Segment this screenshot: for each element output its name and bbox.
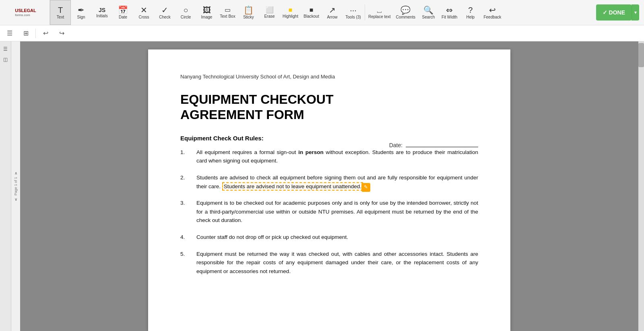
textbox-icon: ▭	[225, 7, 231, 13]
date-line	[406, 147, 478, 147]
main-toolbar: USLEGAL forms.com T Text ✒ Sign JS Initi…	[0, 0, 644, 25]
sidebar-icon-2[interactable]: ◫	[1, 55, 10, 64]
more-tools-icon: ···	[350, 6, 357, 14]
page-nav-up[interactable]: ∧	[13, 169, 19, 177]
list-num-3: 3.	[180, 199, 196, 225]
document-title: EQUIPMENT CHECKOUT AGREEMENT FORM	[180, 92, 478, 123]
list-content-3: Equipment is to be checked out for acade…	[196, 199, 478, 225]
sticky-icon: 📋	[244, 6, 254, 14]
redo-button[interactable]: ↪	[55, 27, 68, 40]
replace-text-icon: ⎵	[377, 6, 382, 14]
tool-comments[interactable]: 💬 Comments	[394, 0, 418, 25]
erase-icon: ⬜	[266, 7, 274, 13]
circle-icon: ○	[183, 6, 188, 14]
tool-help[interactable]: ? Help	[460, 0, 481, 25]
tool-tools3[interactable]: ··· Tools (3)	[343, 0, 364, 25]
text-icon: T	[58, 6, 63, 14]
tool-image[interactable]: 🖼 Image	[196, 0, 217, 25]
tool-check[interactable]: ✓ Check	[155, 0, 175, 25]
panel-toggle-button[interactable]: ☰	[3, 27, 16, 40]
tool-circle-label: Circle	[181, 15, 191, 19]
tool-arrow[interactable]: ↗ Arrow	[322, 0, 343, 25]
sec-toolbar-sep	[35, 29, 36, 38]
tool-image-label: Image	[201, 15, 213, 19]
tool-comments-label: Comments	[396, 15, 415, 19]
fit-width-icon: ⇔	[446, 6, 453, 14]
section-title: Equipment Check Out Rules:	[180, 135, 478, 142]
undo-button[interactable]: ↩	[39, 27, 52, 40]
tool-initials[interactable]: JS Initials	[92, 0, 113, 25]
highlighted-text: Students are advised not to leave equipm…	[222, 182, 363, 191]
help-icon: ?	[468, 6, 473, 14]
list-item: 3. Equipment is to be checked out for ac…	[180, 199, 478, 225]
list-content-4: Counter staff do not drop off or pick up…	[196, 233, 478, 242]
document-list: 1. All equipment requires a formal sign-…	[180, 148, 478, 276]
tool-arrow-label: Arrow	[327, 15, 337, 19]
document-title-line1: EQUIPMENT CHECKOUT	[180, 92, 333, 107]
sidebar-icon-1[interactable]: ☰	[1, 45, 10, 53]
highlight-icon: ■	[289, 7, 293, 13]
done-button[interactable]: ✓ DONE	[596, 4, 632, 21]
edit-annotation-icon[interactable]: ✎	[361, 183, 370, 192]
tool-fit-width-label: Fit Width	[442, 15, 457, 19]
highlight-container: Students are advised not to leave equipm…	[222, 183, 363, 189]
secondary-toolbar: ☰ ⊞ ↩ ↪	[0, 25, 644, 41]
tool-check-label: Check	[159, 15, 170, 19]
bold-text-1: in person	[298, 149, 324, 155]
comments-icon: 💬	[400, 6, 411, 14]
tool-search[interactable]: 🔍 Search	[418, 0, 439, 25]
logo-sub: forms.com	[15, 13, 36, 17]
list-item: 4. Counter staff do not drop off or pick…	[180, 233, 478, 242]
blackout-icon: ■	[310, 7, 314, 13]
tool-help-label: Help	[466, 15, 475, 19]
done-dropdown[interactable]: ▾	[632, 4, 639, 21]
tool-search-label: Search	[422, 15, 435, 19]
logo-text: USLEGAL	[15, 8, 36, 13]
tool-textbox[interactable]: ▭ Text Box	[217, 0, 238, 25]
feedback-icon: ↩	[489, 6, 496, 14]
right-scrollbar[interactable]	[638, 41, 644, 331]
list-num-4: 4.	[180, 233, 196, 242]
tool-sticky[interactable]: 📋 Sticky	[238, 0, 259, 25]
cross-icon: ✕	[140, 6, 147, 14]
tool-highlight-label: Highlight	[283, 14, 298, 19]
list-item: 5. Equipment must be returned the way it…	[180, 250, 478, 276]
document-header: Nanyang Technological University School …	[180, 74, 478, 80]
initials-icon: JS	[99, 7, 105, 13]
list-content-5: Equipment must be returned the way it wa…	[196, 250, 478, 276]
main-area: ☰ ◫ ∧ Page 1 of 1 ∨ Nanyang Technologica…	[0, 41, 644, 331]
tool-highlight[interactable]: ■ Highlight	[280, 0, 301, 25]
tool-replace-text[interactable]: ⎵ Replace text	[366, 0, 394, 25]
page-label-sidebar: ∧ Page 1 of 1 ∨	[11, 41, 20, 331]
list-item: 1. All equipment requires a formal sign-…	[180, 148, 478, 165]
document-area[interactable]: Nanyang Technological University School …	[20, 41, 638, 331]
scrollbar-thumb[interactable]	[638, 43, 644, 67]
document-date-row: Date:	[389, 142, 478, 148]
tool-cross[interactable]: ✕ Cross	[134, 0, 155, 25]
tool-text-label: Text	[57, 15, 64, 19]
thumbnail-button[interactable]: ⊞	[19, 27, 32, 40]
list-content-2: Students are advised to check all equipm…	[196, 173, 478, 191]
tool-circle[interactable]: ○ Circle	[175, 0, 196, 25]
toolbar-tools: T Text ✒ Sign JS Initials 📅 Date ✕ Cross…	[50, 0, 642, 25]
list-num-5: 5.	[180, 250, 196, 276]
page-nav-down[interactable]: ∨	[13, 195, 19, 203]
tool-blackout[interactable]: ■ Blackout	[301, 0, 322, 25]
document-page: Nanyang Technological University School …	[148, 49, 510, 331]
tool-sign[interactable]: ✒ Sign	[71, 0, 92, 25]
logo: USLEGAL forms.com	[2, 0, 50, 25]
done-button-group: ✓ DONE ▾	[596, 4, 639, 21]
tool-text[interactable]: T Text	[50, 0, 71, 25]
tool-date-label: Date	[119, 15, 127, 19]
list-num-1: 1.	[180, 148, 196, 165]
tool-erase[interactable]: ⬜ Erase	[259, 0, 280, 25]
tool-fit-width[interactable]: ⇔ Fit Width	[439, 0, 460, 25]
list-num-2: 2.	[180, 173, 196, 191]
tool-feedback-label: Feedback	[483, 15, 501, 19]
list-content-1: All equipment requires a formal sign-out…	[196, 148, 478, 165]
document-title-line2: AGREEMENT FORM	[180, 107, 304, 122]
tool-date[interactable]: 📅 Date	[113, 0, 134, 25]
tool-feedback[interactable]: ↩ Feedback	[481, 0, 504, 25]
arrow-icon: ↗	[329, 6, 336, 14]
sign-icon: ✒	[78, 6, 85, 14]
